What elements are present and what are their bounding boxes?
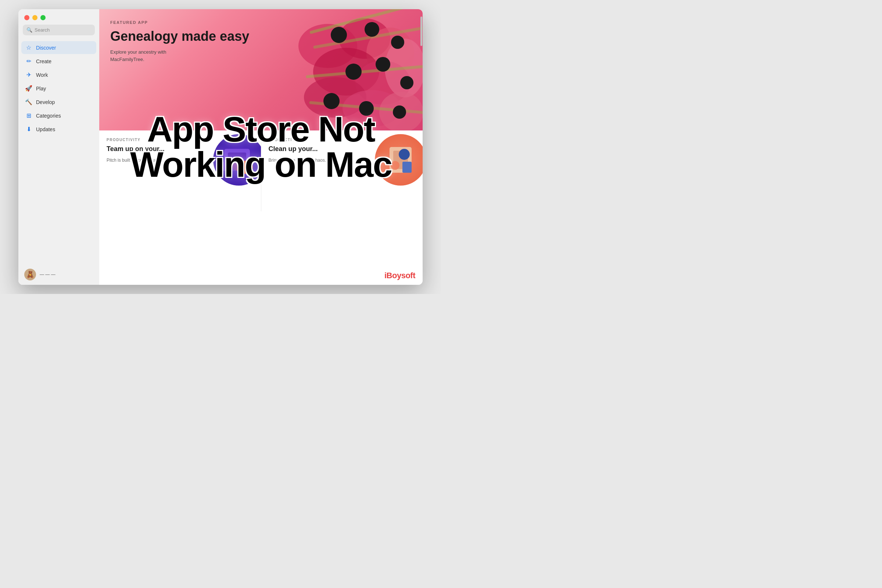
nav-items: ☆ Discover ✏ Create ✈ Work 🚀 Play 🔨 Deve… — [18, 41, 99, 264]
sidebar-item-label: Work — [36, 72, 48, 78]
sidebar-item-categories[interactable]: ⊞ Categories — [21, 109, 96, 122]
svg-point-14 — [364, 22, 379, 37]
minimize-button[interactable] — [32, 15, 38, 20]
work-icon: ✈ — [25, 71, 32, 78]
svg-rect-26 — [222, 162, 237, 171]
sidebar-item-label: Discover — [36, 45, 56, 51]
featured-banner[interactable]: FEATURED APP Genealogy made easy Explore… — [99, 9, 423, 130]
traffic-lights — [18, 9, 99, 25]
sidebar: 🔍 Search ☆ Discover ✏ Create ✈ Work 🚀 Pl… — [18, 9, 99, 285]
sidebar-item-create[interactable]: ✏ Create — [21, 55, 96, 68]
card-0[interactable]: PRODUCTIVITY Team up on your... Pitch is… — [99, 130, 261, 212]
create-icon: ✏ — [25, 58, 32, 64]
close-button[interactable] — [24, 15, 29, 20]
search-placeholder: Search — [34, 27, 50, 33]
watermark: iBoysoft — [384, 271, 415, 280]
card-image-0 — [213, 134, 261, 186]
maximize-button[interactable] — [40, 15, 46, 20]
sidebar-item-label: Play — [36, 86, 46, 92]
avatar: 🧸 — [24, 268, 36, 280]
featured-label: FEATURED APP — [110, 20, 249, 25]
search-bar[interactable]: 🔍 Search — [23, 25, 95, 35]
featured-text: FEATURED APP Genealogy made easy Explore… — [110, 20, 249, 63]
watermark-suffix: Boysoft — [387, 271, 415, 280]
svg-point-20 — [359, 101, 374, 116]
svg-point-17 — [376, 57, 390, 72]
app-window: 🔍 Search ☆ Discover ✏ Create ✈ Work 🚀 Pl… — [18, 9, 423, 285]
search-icon: 🔍 — [27, 27, 32, 33]
svg-point-29 — [399, 149, 410, 160]
sidebar-item-label: Categories — [36, 113, 61, 119]
sidebar-item-label: Develop — [36, 99, 55, 105]
sidebar-item-play[interactable]: 🚀 Play — [21, 82, 96, 95]
svg-point-16 — [345, 64, 362, 80]
updates-icon: ⬇ — [25, 126, 32, 133]
featured-subtitle: Explore your ancestry with MacFamilyTree… — [110, 48, 184, 63]
scrollbar[interactable] — [420, 9, 423, 285]
featured-title: Genealogy made easy — [110, 28, 249, 44]
card-image-1 — [375, 134, 423, 186]
sidebar-item-discover[interactable]: ☆ Discover — [21, 41, 96, 54]
sidebar-item-label: Updates — [36, 126, 55, 132]
svg-point-18 — [400, 76, 413, 89]
svg-point-13 — [331, 27, 347, 43]
play-icon: 🚀 — [25, 85, 32, 92]
card-1[interactable]: PRODUCTIVITY Clean up your... Bring orde… — [261, 130, 423, 212]
main-content: FEATURED APP Genealogy made easy Explore… — [99, 9, 423, 285]
categories-icon: ⊞ — [25, 112, 32, 119]
svg-point-15 — [391, 36, 404, 49]
svg-point-31 — [391, 161, 399, 170]
sidebar-bottom: 🧸 — — — — [18, 264, 99, 285]
scrollbar-thumb[interactable] — [420, 16, 422, 46]
svg-point-21 — [393, 105, 406, 119]
sidebar-item-updates[interactable]: ⬇ Updates — [21, 123, 96, 136]
svg-rect-30 — [402, 162, 412, 173]
discover-icon: ☆ — [25, 44, 32, 51]
account-name: — — — — [40, 272, 56, 277]
sidebar-item-develop[interactable]: 🔨 Develop — [21, 96, 96, 108]
sidebar-item-work[interactable]: ✈ Work — [21, 68, 96, 81]
svg-point-19 — [323, 93, 340, 109]
develop-icon: 🔨 — [25, 99, 32, 105]
sidebar-item-label: Create — [36, 58, 51, 64]
cards-row: PRODUCTIVITY Team up on your... Pitch is… — [99, 130, 423, 212]
